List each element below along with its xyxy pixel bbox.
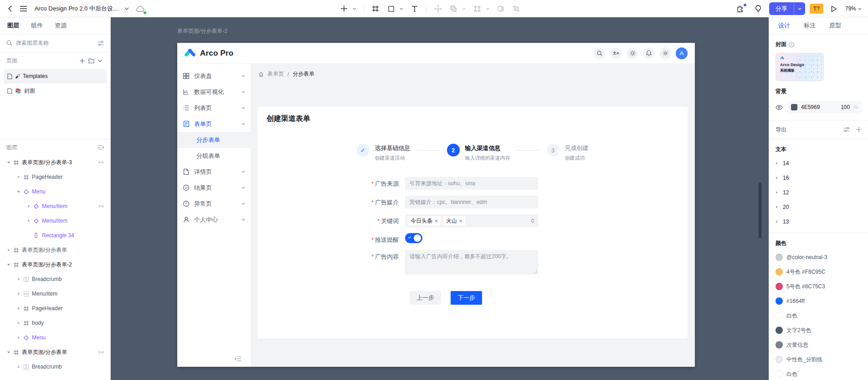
add-export-icon[interactable]	[856, 127, 862, 132]
tag-input-expand-icon[interactable]	[531, 219, 534, 223]
frame-tool-icon[interactable]	[369, 2, 382, 15]
design-frame[interactable]: Arco Pro 文A A	[177, 43, 695, 367]
breadcrumb-item[interactable]: 表单页	[267, 70, 284, 78]
layers-options-icon[interactable]	[98, 145, 104, 150]
text-size-row[interactable]: 16	[769, 171, 868, 185]
app-search-icon[interactable]	[594, 47, 606, 59]
menu-item-step-form[interactable]: 分步表单	[177, 132, 251, 148]
shape-tool-chevron-icon[interactable]	[400, 2, 406, 15]
app-settings-gear-icon[interactable]	[659, 47, 671, 59]
color-style-row[interactable]: 次要信息	[769, 338, 868, 352]
prev-step-button[interactable]: 上一步	[410, 291, 441, 305]
menu-item-form-page[interactable]: 表单页	[177, 116, 251, 132]
layer-row-frame[interactable]: PageHeader	[0, 301, 110, 316]
add-page-icon[interactable]	[77, 56, 87, 65]
color-style-row[interactable]: 白色	[769, 367, 868, 380]
ad-medium-input[interactable]: 营销媒介：cpc、bannner、edm	[405, 196, 538, 208]
mask-tool-icon[interactable]	[494, 2, 508, 15]
canvas-scrollbar[interactable]	[759, 182, 761, 238]
layer-row-instance[interactable]: Menu/item	[0, 213, 110, 228]
tab-prototype[interactable]: 原型	[829, 21, 841, 30]
keywords-tag-input[interactable]: 今日头条 火山	[405, 214, 538, 227]
layer-search-input[interactable]: 搜索图层名称	[0, 34, 110, 52]
app-user-avatar[interactable]: A	[676, 47, 688, 59]
page-folder-icon[interactable]	[87, 56, 96, 65]
layer-row-instance[interactable]: Menu/item	[0, 199, 110, 213]
menu-item-dashboard[interactable]: 仪表盘	[177, 68, 251, 84]
menu-item-data-viz[interactable]: 数据可视化	[177, 84, 251, 100]
info-icon[interactable]	[789, 42, 794, 47]
pages-collapse-chevron-icon[interactable]	[96, 56, 104, 65]
layer-row-group[interactable]: Breadcrumb	[0, 272, 110, 286]
cloud-sync-icon[interactable]	[135, 2, 145, 15]
help-lightbulb-icon[interactable]	[752, 2, 765, 15]
layer-row-frame[interactable]: PageHeader	[0, 170, 110, 184]
sidebar-collapse-icon[interactable]	[235, 356, 241, 361]
app-notifications-bell-icon[interactable]	[643, 47, 655, 59]
canvas[interactable]: 表单页面/分步表单-2 Arco Pro 文A	[111, 17, 769, 380]
menu-item-user-center[interactable]: 个人中心	[177, 212, 251, 228]
tab-design[interactable]: 设计	[778, 21, 790, 30]
eye-icon[interactable]	[776, 105, 783, 110]
color-style-row[interactable]: 文字2号色	[769, 323, 868, 338]
menu-item-result-page[interactable]: 结果页	[177, 180, 251, 196]
color-style-row[interactable]: 中性色_分割线	[769, 352, 868, 367]
boolean-tool-chevron-icon[interactable]	[462, 2, 468, 15]
tab-annotate[interactable]: 标注	[804, 21, 816, 30]
app-theme-icon[interactable]	[627, 47, 638, 59]
menu-item-list-page[interactable]: 列表页	[177, 100, 251, 116]
color-style-row[interactable]: 白色	[769, 308, 868, 323]
color-style-row[interactable]: 5号色 #8C75C3	[769, 279, 868, 294]
menu-item-detail-page[interactable]: 详情页	[177, 164, 251, 180]
shape-tool-icon[interactable]	[384, 2, 398, 15]
insert-tool-icon[interactable]	[337, 2, 351, 15]
push-notify-toggle[interactable]	[405, 233, 422, 243]
plugins-icon[interactable]	[734, 2, 747, 15]
home-icon[interactable]	[258, 72, 264, 77]
page-item-cover[interactable]: 📚 封面	[4, 83, 107, 98]
layer-row-frame[interactable]: body	[0, 316, 110, 330]
layer-row-frame[interactable]: 表单页面/分步表单	[0, 345, 110, 359]
text-size-row[interactable]: 20	[769, 200, 868, 214]
ad-source-input[interactable]: 引荐来源地址：sohu、sina	[405, 177, 538, 190]
present-play-icon[interactable]	[828, 2, 841, 15]
title-chevron-down-icon[interactable]	[122, 2, 132, 15]
text-size-row[interactable]: 14	[769, 156, 868, 171]
tag-remove-icon[interactable]	[435, 219, 438, 223]
tab-layers[interactable]: 图层	[7, 21, 19, 30]
tab-assets[interactable]: 资源	[55, 21, 67, 30]
color-style-row[interactable]: #1664ff	[769, 294, 868, 308]
component-tool-chevron-icon[interactable]	[486, 2, 492, 15]
menu-item-group-form[interactable]: 分组表单	[177, 148, 251, 164]
move-tool-icon[interactable]	[431, 2, 445, 15]
app-language-icon[interactable]: 文A	[610, 47, 622, 59]
text-tool-icon[interactable]	[408, 2, 421, 15]
text-size-row[interactable]: 13	[769, 214, 868, 229]
main-menu-icon[interactable]	[18, 2, 28, 15]
tab-components[interactable]: 组件	[31, 21, 43, 30]
color-style-row[interactable]: 4号色 #F8C95C	[769, 265, 868, 279]
share-button[interactable]: 分享	[769, 2, 794, 15]
layer-row-group[interactable]: Breadcrumb	[0, 359, 110, 374]
layer-row-group[interactable]: Menu/item	[0, 286, 110, 301]
page-item-templates[interactable]: 🖌 Templates	[4, 69, 107, 83]
trial-badge[interactable]: T?	[810, 4, 823, 14]
filter-icon[interactable]	[98, 41, 104, 46]
layer-row-frame[interactable]: 表单页面/分步表单-3	[0, 155, 110, 170]
frame-label[interactable]: 表单页面/分步表单-2	[177, 27, 227, 35]
textarea-resize-handle[interactable]	[533, 270, 537, 273]
ad-content-textarea[interactable]: 请输入广告内容介绍，最多不超过200字。	[405, 250, 538, 275]
tag-remove-icon[interactable]	[459, 219, 462, 223]
component-tool-icon[interactable]	[470, 2, 484, 15]
layer-row-frame[interactable]: 表单页面/分步表单-2	[0, 257, 110, 272]
menu-item-exception-page[interactable]: 异常页	[177, 196, 251, 212]
color-style-row[interactable]: @color-neutral-3	[769, 250, 868, 265]
crop-tool-icon[interactable]	[509, 2, 523, 15]
zoom-level-control[interactable]: 79%	[845, 5, 862, 12]
background-color-field[interactable]: 4E5969 100 %	[787, 101, 862, 114]
next-step-button[interactable]: 下一步	[451, 291, 482, 305]
boolean-tool-icon[interactable]	[447, 2, 460, 15]
insert-tool-chevron-icon[interactable]	[353, 2, 359, 15]
text-size-row[interactable]: 12	[769, 185, 868, 200]
layer-row-instance[interactable]: Menu	[0, 184, 110, 199]
